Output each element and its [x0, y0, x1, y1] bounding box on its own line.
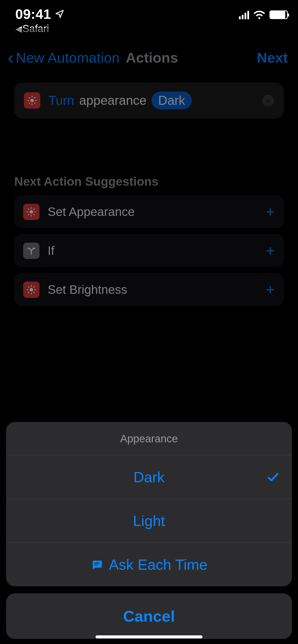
cancel-button[interactable]: Cancel	[6, 593, 292, 639]
svg-point-11	[30, 210, 33, 213]
svg-line-8	[35, 97, 35, 98]
svg-line-23	[28, 287, 29, 287]
cellular-signal-icon	[239, 10, 249, 19]
svg-rect-30	[94, 564, 98, 565]
action-set-appearance[interactable]: Turn appearance Dark	[14, 82, 284, 119]
option-label: Ask Each Time	[109, 556, 208, 573]
chevron-left-icon: ‹	[8, 48, 14, 67]
suggestion-label: Set Brightness	[48, 283, 127, 297]
suggestion-set-appearance[interactable]: Set Appearance +	[14, 196, 284, 228]
svg-line-24	[34, 292, 34, 292]
chat-bubble-icon	[91, 559, 103, 571]
option-label: Light	[133, 513, 165, 529]
location-arrow-icon	[55, 9, 64, 19]
back-button[interactable]: ‹ New Automation	[8, 48, 120, 67]
add-icon[interactable]: +	[266, 281, 275, 298]
svg-line-15	[34, 214, 34, 215]
option-label: Dark	[133, 469, 165, 485]
picker-option-dark[interactable]: Dark	[6, 455, 292, 499]
svg-line-19	[34, 209, 34, 209]
checkmark-icon	[266, 471, 280, 484]
picker-option-ask-each-time[interactable]: Ask Each Time	[6, 543, 292, 586]
svg-point-20	[30, 288, 33, 291]
svg-rect-29	[94, 563, 99, 564]
picker-title: Appearance	[6, 422, 292, 455]
back-label: New Automation	[16, 49, 120, 66]
suggestions-header: Next Action Suggestions	[0, 119, 298, 196]
svg-line-28	[34, 287, 34, 287]
action-text: Turn appearance Dark	[48, 92, 192, 109]
cancel-label: Cancel	[123, 607, 175, 625]
status-bar: 09:41 ◀ Safari	[0, 0, 298, 28]
svg-line-4	[35, 103, 35, 104]
battery-icon	[269, 10, 288, 19]
svg-point-0	[30, 99, 34, 102]
action-noun: appearance	[79, 93, 146, 108]
brightness-icon	[23, 282, 39, 298]
next-button[interactable]: Next	[257, 49, 288, 66]
svg-line-27	[28, 292, 29, 292]
brightness-icon	[23, 204, 39, 220]
home-indicator[interactable]	[96, 635, 202, 638]
suggestion-label: If	[48, 244, 55, 258]
action-value-token[interactable]: Dark	[152, 92, 192, 109]
add-icon[interactable]: +	[266, 242, 275, 259]
suggestion-set-brightness[interactable]: Set Brightness +	[14, 273, 284, 306]
add-icon[interactable]: +	[266, 203, 275, 221]
picker-option-light[interactable]: Light	[6, 499, 292, 543]
page-title: Actions	[126, 49, 178, 66]
nav-header: ‹ New Automation Actions Next	[0, 28, 298, 77]
brightness-icon	[24, 92, 40, 109]
branch-icon	[23, 243, 39, 259]
svg-line-18	[28, 214, 29, 215]
suggestion-if[interactable]: If +	[14, 235, 284, 267]
appearance-picker-sheet: Appearance Dark Light Ask Each Time	[6, 422, 292, 586]
suggestion-label: Set Appearance	[48, 205, 135, 219]
svg-line-7	[29, 103, 30, 104]
wifi-icon	[253, 10, 265, 19]
svg-line-14	[28, 209, 29, 209]
clock-text: 09:41	[15, 6, 51, 22]
status-time: 09:41	[15, 6, 64, 22]
svg-line-3	[29, 97, 30, 98]
clear-action-button[interactable]	[262, 95, 274, 106]
action-verb[interactable]: Turn	[48, 93, 74, 108]
